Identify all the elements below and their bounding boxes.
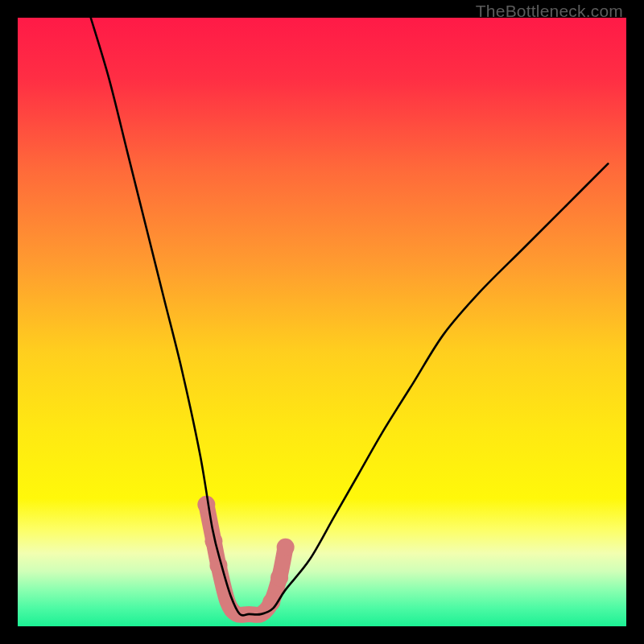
highlight-dot [270,569,288,587]
highlight-dot [277,539,295,556]
plot-area [18,18,626,626]
highlight-dot [209,556,227,574]
bottleneck-curve [91,18,609,616]
chart-svg [18,18,626,626]
